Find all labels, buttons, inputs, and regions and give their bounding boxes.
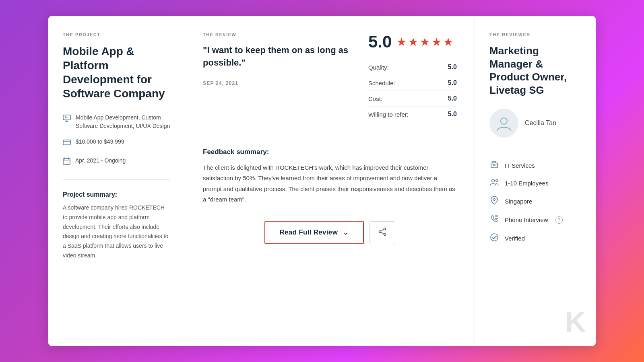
industry-text: IT Services [505, 162, 535, 169]
svg-rect-17 [493, 161, 496, 163]
location-item: Singapore [489, 196, 581, 207]
svg-rect-16 [491, 163, 497, 168]
project-divider [63, 179, 170, 180]
review-quote-section: THE REVIEW "I want to keep them on as lo… [203, 32, 352, 122]
svg-point-12 [379, 230, 381, 232]
feedback-title: Feedback summary: [203, 148, 457, 156]
svg-point-22 [493, 199, 495, 201]
project-section-label: THE PROJECT [63, 32, 170, 37]
read-full-review-label: Read Full Review [280, 228, 338, 237]
company-size-item: 1-10 Employees [489, 179, 581, 188]
overall-rating-number: 5.0 [368, 32, 392, 51]
svg-rect-6 [63, 158, 70, 165]
quality-label: Quality: [368, 64, 389, 71]
verified-text: Verified [505, 235, 525, 242]
services-icon [63, 114, 71, 125]
star-rating: ★ ★ ★ ★ ★ [396, 35, 453, 49]
review-section-label: THE REVIEW [203, 32, 352, 37]
svg-line-14 [381, 232, 384, 234]
project-summary-title: Project summary: [63, 191, 170, 198]
schedule-rating-row: Schedule: 5.0 [368, 75, 457, 91]
cost-rating-row: Cost: 5.0 [368, 91, 457, 107]
interview-method-text: Phone Interview [505, 216, 548, 223]
share-button[interactable] [369, 221, 395, 244]
quality-rating-row: Quality: 5.0 [368, 60, 457, 75]
quality-value: 5.0 [448, 64, 457, 71]
review-actions: Read Full Review ⌄ [203, 221, 457, 244]
svg-rect-4 [63, 140, 70, 145]
location-text: Singapore [505, 198, 532, 205]
avatar [489, 109, 518, 138]
cost-label: Cost: [368, 95, 382, 102]
rating-overall: 5.0 ★ ★ ★ ★ ★ [368, 32, 457, 51]
reviewer-avatar-row: Cecilia Tan [489, 109, 581, 149]
refer-rating-row: Willing to refer: 5.0 [368, 107, 457, 122]
review-top-section: THE REVIEW "I want to keep them on as lo… [203, 32, 457, 122]
verified-icon [489, 233, 499, 244]
cost-value: 5.0 [448, 95, 457, 102]
reviewer-column: THE REVIEWER Marketing Manager & Product… [475, 16, 596, 346]
svg-point-26 [491, 234, 498, 241]
review-quote: "I want to keep them on as long as possi… [203, 44, 352, 69]
budget-text: $10,000 to $49,999 [76, 138, 124, 146]
review-divider [203, 135, 457, 135]
svg-line-13 [381, 229, 384, 231]
read-full-review-button[interactable]: Read Full Review ⌄ [264, 221, 364, 244]
reviewer-person-name: Cecilia Tan [525, 119, 556, 127]
company-size-text: 1-10 Employees [505, 180, 548, 187]
budget-icon [63, 138, 71, 149]
review-column: THE REVIEW "I want to keep them on as lo… [185, 16, 475, 346]
star-1: ★ [396, 35, 407, 49]
industry-item: IT Services [489, 160, 581, 171]
phone-interview-item: Phone Interview ? [489, 215, 581, 225]
location-icon [489, 196, 499, 207]
timeline-item: Apr. 2021 - Ongoing [63, 156, 170, 168]
watermark-k: K [565, 306, 586, 338]
refer-value: 5.0 [448, 111, 457, 118]
review-date: SEP 24, 2021 [203, 80, 352, 86]
svg-point-21 [496, 180, 498, 182]
verified-item: Verified [489, 233, 581, 244]
star-3: ★ [420, 35, 430, 49]
star-2: ★ [408, 35, 418, 49]
project-column: THE PROJECT Mobile App & Platform Develo… [48, 16, 185, 346]
refer-label: Willing to refer: [368, 111, 409, 118]
services-item: Mobile App Development, Custom Software … [63, 113, 170, 130]
svg-point-10 [384, 228, 386, 230]
star-4: ★ [431, 35, 442, 49]
reviewer-section-label: THE REVIEWER [489, 32, 581, 37]
svg-point-20 [492, 179, 495, 182]
schedule-label: Schedule: [368, 80, 395, 86]
chevron-down-icon: ⌄ [343, 228, 349, 237]
feedback-text: The client is delighted with ROCKETECH's… [203, 162, 457, 205]
phone-icon [489, 215, 499, 225]
people-icon [489, 179, 499, 188]
budget-item: $10,000 to $49,999 [63, 138, 170, 149]
calendar-icon [63, 157, 70, 168]
reviewer-title: Marketing Manager & Product Owner, Livet… [489, 44, 581, 97]
schedule-value: 5.0 [448, 79, 457, 86]
services-text: Mobile App Development, Custom Software … [76, 113, 170, 130]
project-summary-text: A software company hired ROCKETECH to pr… [63, 203, 170, 261]
svg-point-15 [501, 118, 507, 124]
question-mark-badge: ? [555, 216, 563, 224]
svg-rect-0 [63, 115, 70, 120]
review-card: THE PROJECT Mobile App & Platform Develo… [48, 16, 596, 346]
star-5: ★ [443, 35, 453, 49]
industry-icon [489, 160, 499, 171]
rating-section: 5.0 ★ ★ ★ ★ ★ Quality: 5.0 Schedule: 5.0 [368, 32, 457, 122]
share-icon [378, 227, 387, 238]
watermark: K [565, 307, 586, 336]
project-title: Mobile App & Platform Development for So… [63, 44, 170, 101]
timeline-text: Apr. 2021 - Ongoing [75, 156, 126, 165]
svg-point-11 [384, 233, 386, 235]
